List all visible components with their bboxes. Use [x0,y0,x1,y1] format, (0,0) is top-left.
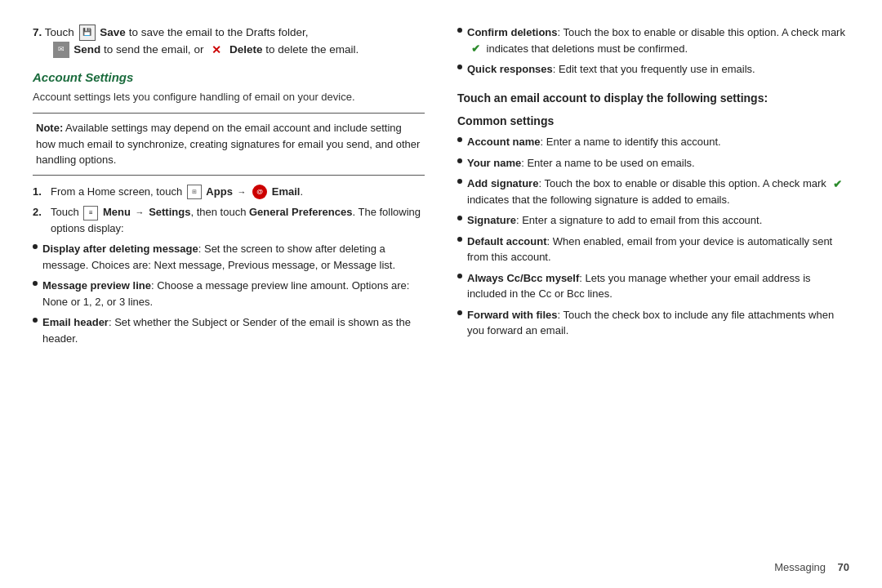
common-settings-bullet-list: Account name: Enter a name to identify t… [457,134,849,344]
bullet-add-signature: Add signature: Touch the box to enable o… [457,176,849,207]
footer-page: 70 [838,561,849,573]
step1: 1. From a Home screen, touch ⊞ Apps → @ … [33,184,425,200]
footer: Messaging 70 [774,561,849,573]
your-name-content: Your name: Enter a name to be used on em… [467,155,849,172]
bullet-dot [33,281,38,286]
bullet-dot [457,179,462,184]
checkmark-icon2: ✔ [831,178,844,191]
menu-icon: ≡ [83,206,98,220]
step7-save-label: Save [100,26,126,38]
bullet-dot [457,237,462,242]
email-circle-icon: @ [252,185,267,199]
bullet-dot [33,244,38,249]
confirm-deletions-text: : Touch the box to enable or disable thi… [558,26,845,38]
account-settings-desc: Account settings lets you configure hand… [33,89,425,105]
step2: 2. Touch ≡ Menu → Settings, then touch G… [33,204,425,236]
step2-arrow: → [136,207,145,217]
note-text: Available settings may depend on the ema… [36,122,420,166]
right-top-bullets: Confirm deletions: Touch the box to enab… [457,24,849,82]
bullet-dot [457,137,462,142]
step7-send-label: Send [74,43,100,56]
bullet-email-header: Email header: Set whether the Subject or… [33,314,425,346]
bullet-always-cc: Always Cc/Bcc myself: Lets you manage wh… [457,270,849,302]
step7-delete-label: Delete [229,43,263,56]
bullet-dot [457,65,462,69]
your-name-text: : Enter a name to be used on emails. [521,157,694,169]
your-name-label: Your name [467,157,521,169]
confirm-deletions-label: Confirm deletions [467,26,558,38]
quick-responses-text: : Edit text that you frequently use in e… [553,63,755,75]
bullet-preview-content: Message preview line: Choose a message p… [42,278,425,310]
bullet-dot [33,318,38,323]
step1-apps-label: Apps [206,185,233,198]
add-signature-content: Add signature: Touch the box to enable o… [467,176,849,207]
bullet-dot [457,28,462,33]
step1-number: 1. [33,184,46,200]
bullet-header-content: Email header: Set whether the Subject or… [42,314,425,346]
account-settings-heading: Account Settings [33,70,425,84]
signature-content: Signature: Enter a signature to add to e… [467,212,849,229]
options-bullet-list: Display after deleting message: Set the … [33,241,425,351]
bullet-message-preview: Message preview line: Choose a message p… [33,278,425,310]
confirm-deletions-text2: indicates that deletions must be confirm… [483,42,688,55]
touch-email-line: Touch an email account to display the fo… [457,91,849,107]
checkmark-icon: ✔ [469,42,482,56]
step7-touch-label: Touch [45,26,74,38]
apps-grid-icon: ⊞ [187,185,202,199]
bullet-dot [457,216,462,220]
common-settings-heading: Common settings [457,114,849,127]
bullet-dot [457,274,462,278]
bullet-account-name: Account name: Enter a name to identify t… [457,134,849,150]
quick-responses-label: Quick responses [467,63,553,75]
forward-files-label: Forward with files [467,309,558,321]
bullet-confirm-deletions: Confirm deletions: Touch the box to enab… [457,24,849,56]
default-account-label: Default account [467,235,547,247]
message-preview-label: Message preview line [42,279,151,292]
step1-text: From a Home screen, touch [51,185,185,198]
step2-settings-label: Settings [149,206,190,218]
step2-menu-label: Menu [103,206,131,218]
account-name-text: : Enter a name to identify this account. [541,136,721,148]
account-name-content: Account name: Enter a name to identify t… [467,134,849,150]
forward-files-content: Forward with files: Touch the check box … [467,307,849,339]
send-icon: ✉ [53,42,69,58]
display-after-label: Display after deleting message [42,243,198,255]
bullet-display-content: Display after deleting message: Set the … [42,241,425,273]
quick-responses-content: Quick responses: Edit text that you freq… [467,61,755,78]
always-cc-content: Always Cc/Bcc myself: Lets you manage wh… [467,270,849,302]
confirm-deletions-content: Confirm deletions: Touch the box to enab… [467,24,849,56]
signature-label: Signature [467,214,516,226]
bullet-dot [457,158,462,163]
bullet-forward-with-files: Forward with files: Touch the check box … [457,307,849,339]
always-cc-label: Always Cc/Bcc myself [467,272,579,284]
email-header-label: Email header [42,316,109,328]
step2-number: 2. [33,204,46,236]
step2-general-label: General Preferences [249,206,352,218]
note-box: Note: Available settings may depend on t… [33,113,425,176]
footer-section: Messaging [774,561,826,573]
step7-text4: to delete the email. [265,43,359,56]
account-name-label: Account name [467,136,541,148]
note-label: Note: [36,122,63,134]
step1-email-label: Email [272,185,301,198]
add-signature-label: Add signature [467,177,538,189]
bullet-your-name: Your name: Enter a name to be used on em… [457,155,849,172]
step7-number: 7. [33,26,42,38]
add-signature-text2: indicates that the following signature i… [467,194,730,206]
bullet-display-after-deleting: Display after deleting message: Set the … [33,241,425,273]
bullet-default-account: Default account: When enabled, email fro… [457,234,849,265]
add-signature-text: : Touch the box to enable or disable thi… [538,177,829,189]
step1-arrow1: → [237,187,246,197]
step7-text3: to send the email, or [104,43,203,56]
step1-content: From a Home screen, touch ⊞ Apps → @ Ema… [51,184,425,200]
step7-section: 7. Touch 💾 Save to save the email to the… [33,24,425,59]
bullet-dot [457,310,462,315]
default-account-content: Default account: When enabled, email fro… [467,234,849,265]
step7-text2: to save the email to the Drafts folder, [129,26,309,38]
bullet-signature: Signature: Enter a signature to add to e… [457,212,849,229]
numbered-steps: 1. From a Home screen, touch ⊞ Apps → @ … [33,184,425,242]
save-icon: 💾 [79,24,96,41]
step2-content: Touch ≡ Menu → Settings, then touch Gene… [51,204,425,236]
signature-text: : Enter a signature to add to email from… [516,214,762,226]
delete-icon: ✕ [208,42,225,58]
